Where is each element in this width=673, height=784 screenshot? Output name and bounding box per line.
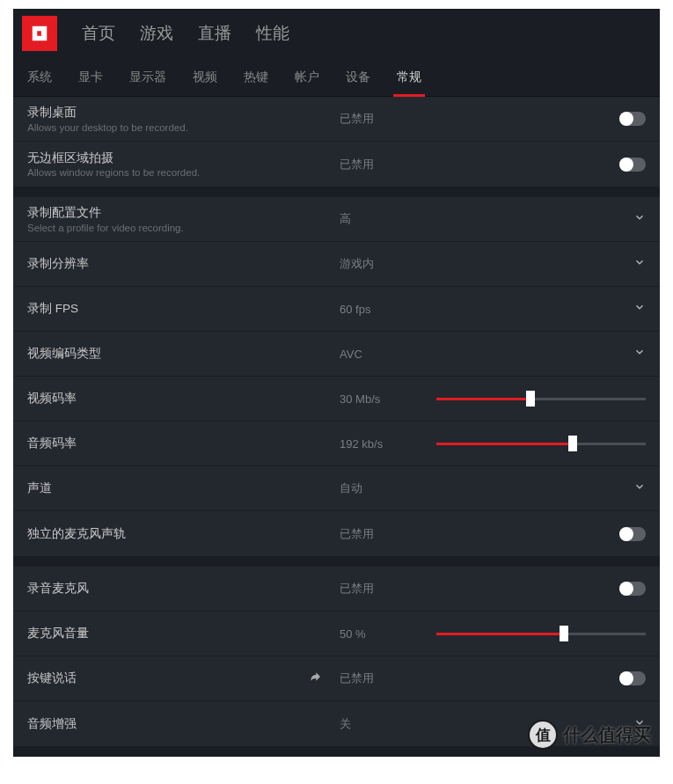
settings-group-2: 录制配置文件 Select a profile for video record… bbox=[13, 197, 660, 556]
value-recording-resolution: 游戏内 bbox=[340, 256, 436, 272]
share-icon[interactable] bbox=[308, 670, 322, 687]
nav-performance[interactable]: 性能 bbox=[256, 22, 289, 45]
label-recording-fps: 录制 FPS bbox=[27, 301, 78, 317]
row-record-desktop: 录制桌面 Allows your desktop to be recorded.… bbox=[13, 97, 660, 142]
chevron-down-icon bbox=[633, 211, 646, 227]
settings-group-3: 录音麦克风 已禁用 麦克风音量 50 % 按键说话 已禁 bbox=[13, 567, 660, 746]
row-record-microphone: 录音麦克风 已禁用 bbox=[13, 567, 660, 612]
settings-content: 录制桌面 Allows your desktop to be recorded.… bbox=[13, 97, 660, 746]
value-record-microphone: 已禁用 bbox=[340, 581, 436, 597]
tab-display[interactable]: 显示器 bbox=[126, 59, 170, 96]
tab-video[interactable]: 视频 bbox=[189, 59, 221, 96]
value-borderless-region: 已禁用 bbox=[340, 157, 436, 172]
label-recording-profile: 录制配置文件 bbox=[27, 205, 184, 221]
row-separate-mic-track: 独立的麦克风声轨 已禁用 bbox=[13, 511, 660, 556]
value-recording-fps: 60 fps bbox=[340, 303, 436, 316]
label-recording-resolution: 录制分辨率 bbox=[27, 256, 89, 272]
desc-recording-profile: Select a profile for video recording. bbox=[27, 223, 184, 233]
value-video-encoding: AVC bbox=[340, 348, 436, 361]
desc-borderless-region: Allows window regions to be recorded. bbox=[27, 167, 200, 178]
slider-mic-volume[interactable] bbox=[436, 633, 646, 635]
nav-streaming[interactable]: 直播 bbox=[198, 22, 231, 45]
row-channels[interactable]: 声道 自动 bbox=[13, 466, 660, 511]
value-mic-volume: 50 % bbox=[340, 627, 436, 641]
tab-account[interactable]: 帐户 bbox=[291, 59, 323, 96]
row-recording-profile[interactable]: 录制配置文件 Select a profile for video record… bbox=[13, 197, 660, 242]
label-mic-volume: 麦克风音量 bbox=[27, 626, 89, 641]
label-video-bitrate: 视频码率 bbox=[27, 391, 77, 407]
amd-logo bbox=[22, 16, 57, 51]
row-audio-bitrate: 音频码率 192 kb/s bbox=[13, 421, 660, 466]
desc-record-desktop: Allows your desktop to be recorded. bbox=[27, 122, 188, 133]
tab-graphics[interactable]: 显卡 bbox=[75, 59, 106, 96]
chevron-down-icon bbox=[633, 346, 646, 362]
value-audio-bitrate: 192 kb/s bbox=[340, 437, 436, 451]
chevron-down-icon bbox=[633, 480, 646, 496]
value-channels: 自动 bbox=[340, 480, 436, 496]
value-audio-boost: 关 bbox=[340, 716, 436, 732]
tab-system[interactable]: 系统 bbox=[24, 59, 55, 96]
row-borderless-region: 无边框区域拍摄 Allows window regions to be reco… bbox=[13, 142, 660, 187]
main-nav: 首页 游戏 直播 性能 bbox=[82, 22, 289, 45]
label-channels: 声道 bbox=[27, 480, 52, 496]
value-recording-profile: 高 bbox=[340, 211, 436, 227]
label-audio-bitrate: 音频码率 bbox=[27, 436, 77, 451]
label-record-microphone: 录音麦克风 bbox=[27, 581, 89, 597]
tab-device[interactable]: 设备 bbox=[342, 59, 374, 96]
toggle-borderless-region[interactable] bbox=[619, 158, 646, 172]
chevron-down-icon bbox=[633, 301, 646, 317]
amd-settings-window: 首页 游戏 直播 性能 系统 显卡 显示器 视频 热键 帐户 设备 常规 录制桌… bbox=[13, 9, 660, 757]
toggle-record-microphone[interactable] bbox=[619, 582, 646, 596]
row-push-to-talk: 按键说话 已禁用 bbox=[13, 656, 660, 701]
nav-home[interactable]: 首页 bbox=[82, 22, 115, 45]
row-video-encoding[interactable]: 视频编码类型 AVC bbox=[13, 332, 660, 377]
value-separate-mic-track: 已禁用 bbox=[340, 526, 436, 542]
slider-audio-bitrate[interactable] bbox=[436, 443, 646, 445]
nav-games[interactable]: 游戏 bbox=[140, 22, 173, 45]
row-video-bitrate: 视频码率 30 Mb/s bbox=[13, 377, 660, 421]
tab-general[interactable]: 常规 bbox=[393, 59, 425, 96]
row-recording-resolution[interactable]: 录制分辨率 游戏内 bbox=[13, 242, 660, 287]
chevron-down-icon bbox=[633, 256, 646, 272]
value-video-bitrate: 30 Mb/s bbox=[340, 392, 436, 406]
value-record-desktop: 已禁用 bbox=[340, 111, 436, 127]
settings-group-1: 录制桌面 Allows your desktop to be recorded.… bbox=[13, 97, 660, 187]
label-borderless-region: 无边框区域拍摄 bbox=[27, 150, 200, 166]
value-push-to-talk: 已禁用 bbox=[340, 670, 436, 686]
row-recording-fps[interactable]: 录制 FPS 60 fps bbox=[13, 287, 660, 332]
toggle-record-desktop[interactable] bbox=[619, 112, 646, 126]
chevron-down-icon bbox=[633, 716, 646, 732]
tab-hotkeys[interactable]: 热键 bbox=[240, 59, 272, 96]
label-separate-mic-track: 独立的麦克风声轨 bbox=[27, 526, 126, 542]
toggle-push-to-talk[interactable] bbox=[619, 671, 646, 685]
label-audio-boost: 音频增强 bbox=[27, 716, 77, 732]
slider-video-bitrate[interactable] bbox=[436, 398, 646, 400]
label-record-desktop: 录制桌面 bbox=[27, 105, 188, 121]
row-audio-boost[interactable]: 音频增强 关 bbox=[13, 701, 660, 746]
label-push-to-talk: 按键说话 bbox=[27, 670, 77, 686]
toggle-separate-mic-track[interactable] bbox=[619, 527, 646, 541]
row-mic-volume: 麦克风音量 50 % bbox=[13, 612, 660, 656]
sub-nav: 系统 显卡 显示器 视频 热键 帐户 设备 常规 bbox=[13, 58, 660, 97]
titlebar: 首页 游戏 直播 性能 bbox=[13, 9, 660, 58]
label-video-encoding: 视频编码类型 bbox=[27, 346, 101, 362]
